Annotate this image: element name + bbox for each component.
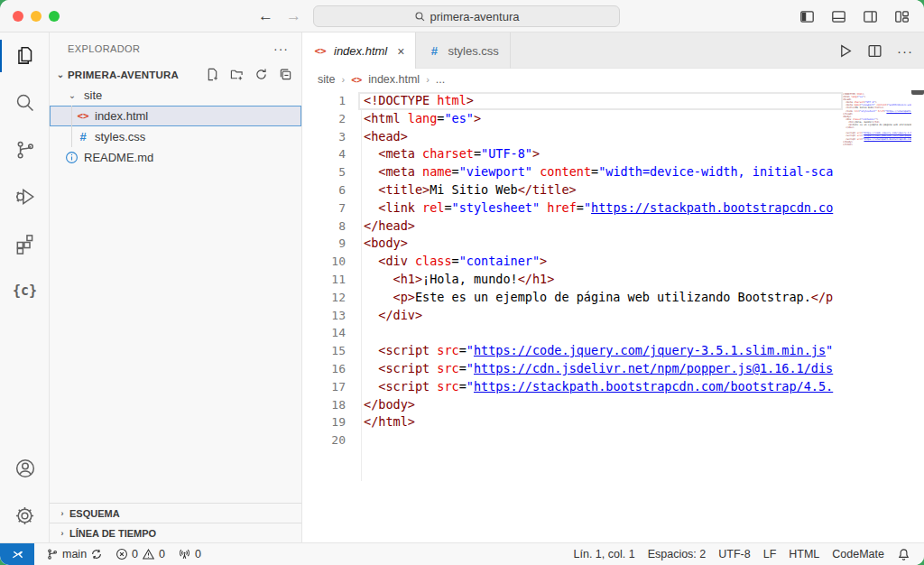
history-back-icon[interactable]: ← [258, 7, 273, 25]
code-line[interactable]: </div> [364, 307, 843, 325]
branch-status[interactable]: main [40, 543, 109, 565]
customize-layout-icon[interactable] [894, 9, 910, 24]
line-number: 1 [302, 92, 346, 110]
file-label: styles.css [95, 130, 145, 144]
activity-search-button[interactable] [0, 79, 50, 126]
gear-icon [14, 505, 36, 527]
line-number: 9 [302, 235, 346, 253]
run-file-icon[interactable] [837, 43, 853, 59]
account-button[interactable] [0, 445, 50, 492]
code-line[interactable] [364, 431, 843, 449]
outline-section[interactable]: › ESQUEMA [50, 503, 301, 523]
editor-more-actions-icon[interactable]: ··· [897, 43, 913, 59]
html-file-icon: <> [351, 75, 362, 85]
code-line[interactable]: </html> [364, 413, 843, 431]
code-line[interactable]: </body> [364, 396, 843, 414]
activity-explorer-button[interactable] [0, 32, 50, 79]
breadcrumb-file[interactable]: index.html [368, 73, 420, 86]
css-file-icon: # [76, 130, 90, 144]
account-icon [14, 457, 37, 480]
file-label: README.md [84, 151, 153, 164]
activity-run-debug-button[interactable] [0, 173, 50, 220]
refresh-icon[interactable] [254, 68, 268, 81]
code-line[interactable]: <body> [364, 235, 843, 253]
timeline-section[interactable]: › LÍNEA DE TIEMPO [50, 523, 301, 542]
code-line[interactable] [364, 324, 843, 342]
git-branch-icon [14, 138, 37, 162]
css-file-icon: # [427, 44, 441, 58]
cursor-position[interactable]: Lín. 1, col. 1 [568, 543, 642, 565]
warning-icon [142, 548, 155, 560]
search-icon [414, 11, 426, 23]
breadcrumb-symbol[interactable]: ... [436, 73, 445, 86]
notifications-button[interactable] [891, 543, 917, 565]
code-line[interactable]: <div class="container"> [364, 253, 843, 271]
activity-bar: {c} [0, 32, 50, 542]
code-line[interactable]: <script src="https://stackpath.bootstrap… [364, 378, 843, 396]
outline-label: ESQUEMA [69, 508, 120, 519]
code-line[interactable]: <head> [364, 128, 843, 146]
chevron-right-icon: › [341, 74, 345, 85]
line-number: 13 [302, 307, 346, 325]
code-line[interactable]: <p>Este es un ejemplo de página web util… [364, 289, 843, 307]
close-window-button[interactable] [13, 11, 23, 22]
eol-setting[interactable]: LF [757, 543, 783, 565]
code-line[interactable]: <html lang="es"> [364, 110, 843, 128]
code-line[interactable]: <script src="https://code.jquery.com/jqu… [364, 342, 843, 360]
command-center-search[interactable]: primera-aventura [313, 5, 620, 27]
ports-status[interactable]: 0 [171, 543, 208, 565]
branch-name: main [62, 548, 87, 560]
line-number: 14 [302, 324, 346, 342]
code-line[interactable]: <script src="https://cdn.jsdelivr.net/np… [364, 360, 843, 378]
tree-item-index-html[interactable]: <> index.html [50, 106, 301, 126]
collapse-all-icon[interactable] [279, 68, 292, 81]
chevron-right-icon: › [426, 74, 430, 85]
new-file-icon[interactable] [206, 68, 219, 81]
tree-item-readme-md[interactable]: README.md [50, 147, 301, 168]
language-mode[interactable]: HTML [782, 543, 826, 565]
tree-item-styles-css[interactable]: # styles.css [50, 126, 301, 147]
tree-item-site-folder[interactable]: ⌄ site [50, 85, 301, 106]
minimize-window-button[interactable] [31, 11, 42, 22]
scrollbar-thumb[interactable] [911, 90, 924, 95]
tab-styles-css[interactable]: # styles.css [416, 32, 510, 69]
tab-index-html[interactable]: <> index.html × [302, 32, 416, 69]
settings-button[interactable] [0, 492, 50, 539]
code-line[interactable]: <link rel="stylesheet" href="https://sta… [364, 199, 843, 218]
scrollbar[interactable] [911, 90, 924, 542]
zoom-window-button[interactable] [49, 11, 60, 22]
toggle-secondary-sidebar-icon[interactable] [863, 9, 878, 24]
tab-label: index.html [334, 44, 387, 58]
file-label: index.html [95, 109, 148, 123]
minimap-content[interactable]: <!DOCTYPE html><html lang="es"><head> <m… [843, 90, 911, 542]
explorer-more-actions-icon[interactable]: ··· [273, 42, 289, 56]
activity-extensions-button[interactable] [0, 220, 50, 267]
code-lines[interactable]: <!DOCTYPE html><html lang="es"><head> <m… [346, 90, 843, 542]
line-number: 5 [302, 163, 346, 181]
toggle-primary-sidebar-icon[interactable] [799, 9, 815, 24]
close-tab-icon[interactable]: × [397, 44, 404, 59]
problems-status[interactable]: 0 0 [109, 543, 171, 565]
breadcrumb-folder[interactable]: site [318, 73, 335, 86]
codemate-icon: {c} [13, 282, 37, 299]
history-forward-icon[interactable]: → [286, 7, 301, 25]
code-line[interactable]: <meta charset="UTF-8"> [364, 145, 843, 163]
extension-status[interactable]: CodeMate [826, 543, 891, 565]
code-line[interactable]: </head> [364, 218, 843, 236]
code-line[interactable]: <title>Mi Sitio Web</title> [364, 181, 843, 199]
code-line[interactable]: <meta name="viewport" content="width=dev… [364, 163, 843, 181]
activity-source-control-button[interactable] [0, 126, 50, 173]
html-file-icon: <> [313, 45, 328, 57]
new-folder-icon[interactable] [230, 68, 244, 81]
indentation-setting[interactable]: Espacios: 2 [642, 543, 713, 565]
toggle-panel-icon[interactable] [831, 9, 846, 24]
code-line[interactable]: <!DOCTYPE html> [364, 92, 843, 110]
encoding-setting[interactable]: UTF-8 [712, 543, 756, 565]
split-editor-icon[interactable] [867, 43, 882, 59]
project-root-row[interactable]: ⌄ PRIMERA-AVENTURA [50, 64, 301, 85]
remote-indicator[interactable] [0, 543, 34, 565]
file-tree: ⌄ site <> index.html # styles.css README… [50, 85, 301, 168]
activity-codemate-button[interactable]: {c} [0, 267, 50, 314]
line-number: 16 [302, 360, 346, 378]
code-line[interactable]: <h1>¡Hola, mundo!</h1> [364, 271, 843, 289]
